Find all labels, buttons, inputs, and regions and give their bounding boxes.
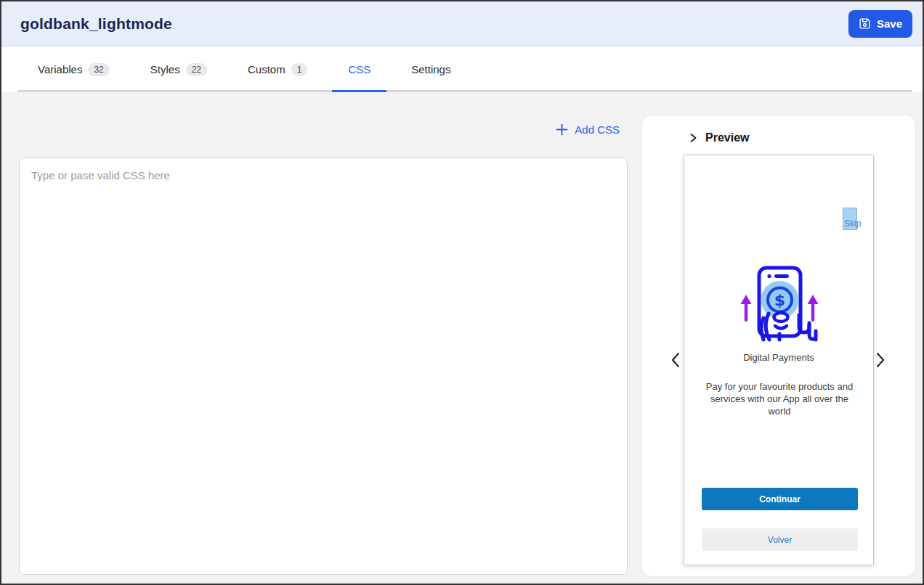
preview-header[interactable]: Preview [689, 131, 749, 144]
skip-label: Skip [844, 218, 861, 229]
tab-bar: Variables 32 Styles 22 Custom 1 CSS Sett… [1, 46, 923, 92]
css-editor-input[interactable] [19, 158, 628, 575]
theme-editor-window: goldbank_lightmode Save Variables 32 Sty… [0, 0, 924, 585]
tab-label: CSS [348, 63, 370, 75]
svg-text:$: $ [774, 291, 785, 309]
continue-button[interactable]: Continuar [702, 488, 858, 510]
carousel-next-button[interactable] [875, 351, 886, 369]
tab-badge: 22 [186, 63, 207, 76]
save-button[interactable]: Save [848, 10, 912, 38]
tab-label: Custom [248, 63, 285, 75]
tab-badge: 1 [291, 63, 308, 76]
preview-panel: Preview Skip [641, 115, 916, 577]
plus-icon [556, 123, 568, 136]
tab-styles[interactable]: Styles 22 [150, 46, 207, 92]
back-button[interactable]: Volver [702, 528, 858, 551]
tab-custom[interactable]: Custom 1 [248, 46, 307, 92]
slide-description: Pay for your favourite products and serv… [705, 380, 854, 417]
save-button-label: Save [877, 17, 902, 30]
floppy-disk-icon [859, 17, 871, 30]
digital-payments-illustration-icon: $ [736, 264, 823, 343]
tab-settings[interactable]: Settings [411, 46, 450, 92]
carousel-previous-button[interactable] [670, 351, 681, 369]
preview-phone-card: Skip [684, 155, 874, 565]
header-bar: goldbank_lightmode Save [1, 1, 923, 46]
chevron-right-icon [689, 133, 698, 143]
skip-link[interactable]: Skip [843, 208, 867, 232]
tab-label: Variables [38, 63, 82, 75]
add-css-label: Add CSS [575, 123, 620, 136]
preview-title: Preview [705, 131, 749, 144]
tab-label: Settings [411, 63, 450, 75]
tab-css[interactable]: CSS [348, 46, 370, 92]
add-css-button[interactable]: Add CSS [1, 120, 628, 139]
slide-heading: Digital Payments [684, 352, 873, 363]
tab-badge: 32 [88, 63, 109, 76]
tab-label: Styles [150, 63, 180, 75]
page-title: goldbank_lightmode [20, 15, 172, 33]
tab-variables[interactable]: Variables 32 [38, 46, 110, 92]
